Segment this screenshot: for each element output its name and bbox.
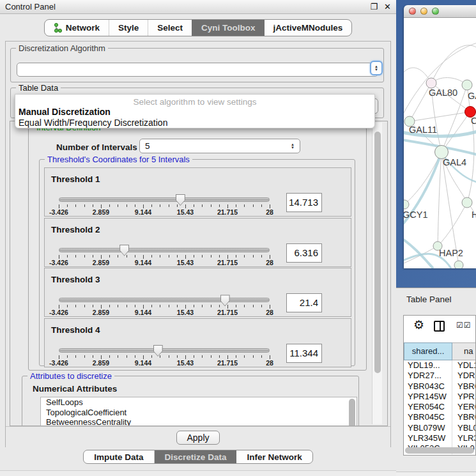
network-node[interactable] bbox=[462, 197, 472, 208]
cell-shared-name[interactable]: YER054C bbox=[404, 402, 452, 412]
tab-label: Select bbox=[157, 23, 183, 33]
tab-infer-network[interactable]: Infer Network bbox=[236, 450, 312, 463]
tab-impute-data[interactable]: Impute Data bbox=[84, 450, 153, 463]
slider-tick-labels: -3.4262.8599.14415.4321.71528 bbox=[59, 359, 270, 367]
network-node[interactable] bbox=[426, 78, 436, 88]
network-graph: GAL80GACGAL11GAL4GCY1HHAP2 bbox=[404, 18, 476, 268]
attribute-list-item[interactable]: TopologicalCoefficient bbox=[41, 408, 357, 418]
threshold-label: Threshold 3 bbox=[51, 275, 100, 284]
close-traffic-light[interactable] bbox=[409, 8, 416, 15]
cell-shared-name[interactable]: YLR345W bbox=[404, 433, 452, 443]
table-panel-title: Table Panel bbox=[406, 295, 452, 304]
cell-name[interactable]: YPR1 bbox=[452, 392, 476, 402]
network-edge[interactable] bbox=[410, 112, 470, 121]
tab-jactivemnodules[interactable]: jActiveMNodules bbox=[265, 20, 352, 36]
cell-shared-name[interactable]: YPR145W bbox=[404, 392, 452, 402]
dropdown-option-manual-discretization[interactable]: Manual Discretization bbox=[19, 107, 372, 118]
threshold-label: Threshold 1 bbox=[51, 174, 100, 184]
cell-shared-name[interactable]: YBL079W bbox=[404, 423, 452, 433]
table-row[interactable]: YDR27...YDR2 bbox=[404, 371, 476, 381]
network-edge[interactable] bbox=[431, 45, 476, 83]
column-header-shared[interactable]: shared... bbox=[404, 342, 452, 360]
close-panel-icon[interactable]: ✕ bbox=[384, 2, 391, 12]
node-label: GAL11 bbox=[409, 125, 437, 135]
group-title: Attributes to discretize bbox=[27, 371, 114, 381]
cell-name[interactable]: YBR0 bbox=[452, 412, 476, 422]
cell-shared-name[interactable]: YDL19... bbox=[404, 360, 452, 371]
attribute-list-item[interactable]: SelfLoops bbox=[41, 397, 357, 408]
number-of-intervals-combo[interactable]: 5 ▲▼ bbox=[139, 139, 300, 153]
list-scrollbar[interactable] bbox=[349, 399, 355, 426]
threshold-value-field[interactable]: 11.344 bbox=[286, 344, 322, 363]
panel-scrollbar[interactable] bbox=[372, 123, 382, 424]
cell-shared-name[interactable]: YBR045C bbox=[404, 412, 452, 422]
zoom-traffic-light[interactable] bbox=[432, 8, 439, 15]
network-edge[interactable] bbox=[438, 152, 441, 246]
threshold-slider-track[interactable] bbox=[59, 348, 270, 353]
scrollbar-thumb[interactable] bbox=[374, 132, 381, 373]
tab-select[interactable]: Select bbox=[148, 20, 192, 36]
attributes-to-discretize-group: Attributes to discretize Numerical Attri… bbox=[22, 376, 359, 426]
number-of-intervals-label: Number of Intervals bbox=[56, 142, 137, 152]
table-toolbar: ⚙ ☑☑ bbox=[404, 316, 475, 342]
panel-title: Control Panel bbox=[5, 2, 56, 12]
cell-name[interactable]: YBL0 bbox=[452, 423, 476, 433]
threshold-slider-track[interactable] bbox=[59, 248, 270, 252]
table-row[interactable]: YBR043CYBR0 bbox=[404, 381, 476, 392]
threshold-value-field[interactable]: 14.713 bbox=[286, 193, 322, 212]
cell-shared-name[interactable]: YBR043C bbox=[404, 381, 452, 392]
control-panel-titlebar: Control Panel ❐ ✕ bbox=[0, 0, 396, 14]
network-node[interactable] bbox=[462, 80, 472, 90]
cell-name[interactable]: YDR2 bbox=[452, 371, 476, 381]
node-label: GAL80 bbox=[429, 88, 457, 98]
threshold-value-field[interactable]: 6.316 bbox=[286, 243, 322, 263]
network-edge[interactable] bbox=[404, 146, 404, 204]
column-header-name[interactable]: na bbox=[452, 342, 476, 360]
cell-name[interactable]: YDL1 bbox=[452, 360, 476, 371]
algorithm-combo-arrow-button[interactable]: ▲▼ bbox=[370, 61, 383, 75]
network-edge[interactable] bbox=[410, 83, 431, 121]
apply-button[interactable]: Apply bbox=[176, 431, 220, 445]
table-row[interactable]: YBR045CYBR0 bbox=[404, 412, 476, 422]
horizontal-scrollbar[interactable] bbox=[405, 447, 474, 454]
threshold-slider-track[interactable] bbox=[59, 197, 270, 202]
node-label: GAL4 bbox=[443, 157, 466, 167]
cell-name[interactable]: YBR0 bbox=[452, 381, 476, 392]
node-label: GCY1 bbox=[404, 210, 428, 220]
node-label: H bbox=[472, 210, 476, 220]
table-row[interactable]: YBL079WYBL0 bbox=[404, 423, 476, 433]
tab-discretize-data[interactable]: Discretize Data bbox=[154, 450, 237, 463]
group-title: Table Data bbox=[16, 83, 61, 93]
table-row[interactable]: YDL19...YDL1 bbox=[404, 360, 476, 371]
float-window-icon[interactable]: ❐ bbox=[370, 2, 378, 12]
threshold-value-field[interactable]: 21.4 bbox=[286, 293, 322, 312]
tab-cyni-toolbox[interactable]: Cyni Toolbox bbox=[192, 20, 265, 36]
cell-name[interactable]: YER0 bbox=[452, 402, 476, 412]
dropdown-option-equal-width-frequency[interactable]: Equal Width/Frequency Discretization bbox=[19, 118, 372, 128]
tab-style[interactable]: Style bbox=[109, 20, 148, 36]
algorithm-combo[interactable] bbox=[17, 63, 378, 77]
interval-definition-group: Interval Definition Number of Intervals … bbox=[28, 127, 367, 371]
algorithm-dropdown-popup: Select algorithm to view settings Manual… bbox=[15, 94, 375, 128]
column-layout-icon[interactable] bbox=[434, 321, 445, 332]
settings-scroll-panel: Interval Definition Number of Intervals … bbox=[10, 121, 388, 426]
network-edge[interactable] bbox=[441, 112, 470, 152]
table-row[interactable]: YLR345WYLR3 bbox=[404, 433, 476, 443]
gear-icon[interactable]: ⚙ bbox=[413, 318, 424, 332]
minimize-traffic-light[interactable] bbox=[420, 8, 427, 15]
checkbox-select-icons[interactable]: ☑☑ bbox=[456, 321, 472, 330]
network-window[interactable]: GAL80GACGAL11GAL4GCY1HHAP2 bbox=[404, 5, 476, 268]
numerical-attributes-list[interactable]: SelfLoopsTopologicalCoefficientBetweenne… bbox=[40, 397, 357, 426]
thresholds-coordinates-group: Threshold's Coordinates for 5 Intervals … bbox=[39, 159, 355, 366]
tab-network[interactable]: Network bbox=[45, 20, 109, 36]
network-node[interactable] bbox=[454, 261, 463, 268]
table-row[interactable]: YER054CYER0 bbox=[404, 402, 476, 412]
network-canvas[interactable]: GAL80GACGAL11GAL4GCY1HHAP2 bbox=[404, 18, 476, 268]
cell-shared-name[interactable]: YDR27... bbox=[404, 371, 452, 381]
threshold-slider-track[interactable] bbox=[59, 298, 270, 302]
cell-name[interactable]: YLR3 bbox=[452, 433, 476, 443]
network-edge[interactable] bbox=[404, 236, 433, 268]
table-row[interactable]: YPR145WYPR1 bbox=[404, 392, 476, 402]
attribute-list-item[interactable]: BetweennessCentrality bbox=[41, 417, 357, 426]
group-title: Discretization Algorithm bbox=[16, 43, 108, 53]
